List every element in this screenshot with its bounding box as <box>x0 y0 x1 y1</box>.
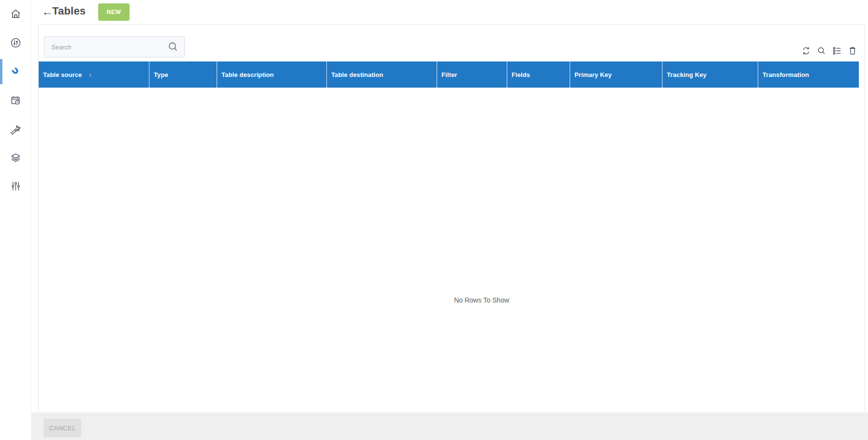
column-label: Table description <box>221 71 274 78</box>
home-icon <box>10 8 22 20</box>
column-label: Table source <box>43 71 82 78</box>
sidebar <box>0 0 31 440</box>
column-header-filter[interactable]: Filter <box>437 61 507 88</box>
column-label: Filter <box>441 71 457 78</box>
sidebar-item-layers[interactable] <box>0 145 31 170</box>
list-view-button[interactable] <box>831 45 842 56</box>
column-header-fields[interactable]: Fields <box>507 61 570 88</box>
calendar-clock-icon <box>10 95 22 107</box>
tables-panel: Table source↑TypeTable descriptionTable … <box>38 24 865 412</box>
sync-arrows-icon <box>10 37 22 49</box>
search-box <box>44 36 185 58</box>
column-header-primary-key[interactable]: Primary Key <box>570 61 662 88</box>
app-header: ← Tables NEW <box>31 0 868 24</box>
sidebar-item-wand[interactable] <box>0 117 31 142</box>
empty-state-message: No Rows To Show <box>454 296 509 304</box>
back-arrow-icon[interactable]: ← <box>42 4 53 19</box>
column-header-table-description[interactable]: Table description <box>217 61 327 88</box>
page-title: Tables <box>52 5 86 17</box>
sidebar-item-magnet[interactable] <box>0 59 31 84</box>
column-label: Table destination <box>331 71 383 78</box>
refresh-icon <box>801 46 811 56</box>
column-label: Transformation <box>763 71 809 78</box>
refresh-button[interactable] <box>800 45 811 56</box>
magic-wand-icon <box>10 124 22 136</box>
search-input[interactable] <box>44 36 185 58</box>
new-button[interactable]: NEW <box>98 3 130 21</box>
column-label: Fields <box>512 71 530 78</box>
column-header-type[interactable]: Type <box>149 61 217 88</box>
sidebar-item-home[interactable] <box>0 1 31 26</box>
sidebar-item-schedule[interactable] <box>0 88 31 113</box>
sliders-icon <box>10 180 22 192</box>
find-button[interactable] <box>816 45 827 56</box>
list-view-icon <box>832 46 842 56</box>
grid-body: No Rows To Show <box>39 88 865 412</box>
column-label: Tracking Key <box>667 71 706 78</box>
layers-icon <box>10 152 22 164</box>
column-label: Type <box>154 71 168 78</box>
column-header-transformation[interactable]: Transformation <box>758 61 859 88</box>
column-header-table-source[interactable]: Table source↑ <box>39 61 149 88</box>
footer-bar: CANCEL <box>31 412 868 440</box>
grid-toolbar-actions <box>800 45 858 56</box>
delete-icon <box>847 46 858 56</box>
column-label: Primary Key <box>574 71 612 78</box>
cancel-button[interactable]: CANCEL <box>44 419 81 437</box>
column-header-tracking-key[interactable]: Tracking Key <box>662 61 758 88</box>
sidebar-item-settings[interactable] <box>0 173 31 198</box>
search-icon[interactable] <box>167 41 179 53</box>
sort-ascending-icon: ↑ <box>88 71 92 78</box>
sidebar-item-sync[interactable] <box>0 30 31 55</box>
grid-header-row: Table source↑TypeTable descriptionTable … <box>39 61 859 88</box>
page: ← Tables NEW <box>0 0 868 440</box>
column-header-table-destination[interactable]: Table destination <box>327 61 437 88</box>
delete-button[interactable] <box>847 45 858 56</box>
search-icon <box>816 46 827 56</box>
magnet-icon <box>10 65 22 77</box>
